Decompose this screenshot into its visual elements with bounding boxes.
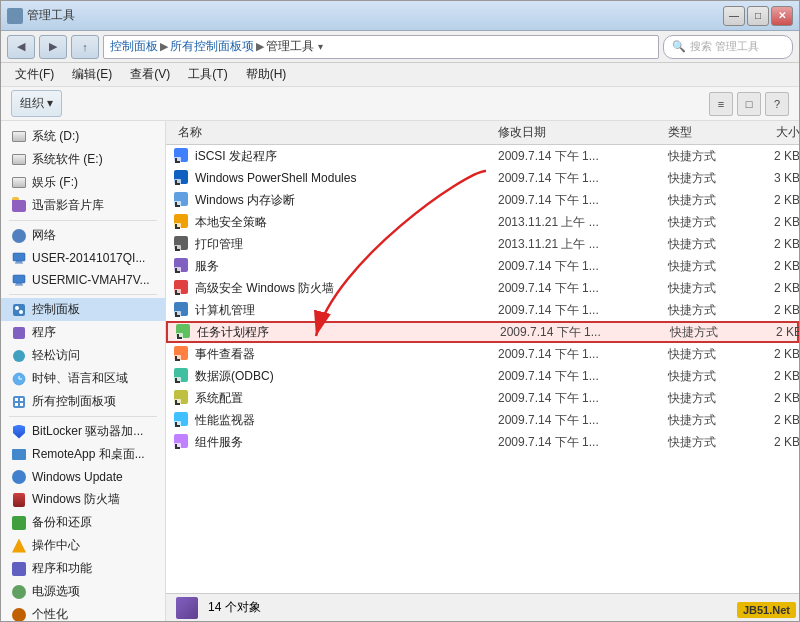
sidebar-item-drive-f[interactable]: 娱乐 (F:) (1, 171, 165, 194)
sidebar-item-action[interactable]: 操作中心 (1, 534, 165, 557)
file-type-7: 快捷方式 (664, 302, 744, 319)
table-row[interactable]: 本地安全策略 2013.11.21 上午 ... 快捷方式 2 KB (166, 211, 799, 233)
file-icon (174, 280, 190, 296)
svg-rect-9 (13, 327, 25, 339)
col-header-size[interactable]: 大小 (744, 124, 799, 141)
sidebar-item-remoteapp[interactable]: RemoteApp 和桌面... (1, 443, 165, 466)
sidebar-item-firewall[interactable]: Windows 防火墙 (1, 488, 165, 511)
controlpanel-icon (11, 302, 27, 318)
menu-tools[interactable]: 工具(T) (180, 64, 235, 85)
maximize-button[interactable]: □ (747, 6, 769, 26)
sidebar-item-windows-update[interactable]: Windows Update (1, 466, 165, 488)
minimize-button[interactable]: — (723, 6, 745, 26)
file-type-1: 快捷方式 (664, 170, 744, 187)
file-type-5: 快捷方式 (664, 258, 744, 275)
menu-view[interactable]: 查看(V) (122, 64, 178, 85)
forward-button[interactable]: ▶ (39, 35, 67, 59)
sidebar-item-drive-e[interactable]: 系统软件 (E:) (1, 148, 165, 171)
sidebar-item-controlpanel[interactable]: 控制面板 (1, 298, 165, 321)
file-label: 任务计划程序 (197, 324, 269, 341)
sidebar-label: 系统 (D:) (32, 128, 79, 145)
file-icon (174, 302, 190, 318)
sidebar-item-personal[interactable]: 个性化 (1, 603, 165, 621)
table-row[interactable]: 组件服务 2009.7.14 下午 1... 快捷方式 2 KB (166, 431, 799, 453)
table-row[interactable]: 服务 2009.7.14 下午 1... 快捷方式 2 KB (166, 255, 799, 277)
toolbar: 组织 ▾ ≡ □ ? (1, 87, 799, 121)
menu-help[interactable]: 帮助(H) (238, 64, 295, 85)
col-header-date[interactable]: 修改日期 (494, 124, 664, 141)
menu-edit[interactable]: 编辑(E) (64, 64, 120, 85)
path-part-3: 管理工具 (266, 38, 314, 55)
view-list-button[interactable]: ≡ (709, 92, 733, 116)
file-icon (176, 324, 192, 340)
title-bar: 管理工具 — □ ✕ (1, 1, 799, 31)
watermark: JB51.Net (737, 602, 796, 618)
svg-point-7 (15, 306, 19, 310)
table-row[interactable]: Windows PowerShell Modules 2009.7.14 下午 … (166, 167, 799, 189)
sidebar-item-backup[interactable]: 备份和还原 (1, 511, 165, 534)
sidebar-item-user1[interactable]: USER-20141017QI... (1, 247, 165, 269)
path-sep-1: ▶ (160, 40, 168, 53)
file-icon (174, 412, 190, 428)
file-icon (174, 258, 190, 274)
organize-button[interactable]: 组织 ▾ (11, 90, 62, 117)
view-icon-button[interactable]: □ (737, 92, 761, 116)
up-button[interactable]: ↑ (71, 35, 99, 59)
sidebar-item-allcp[interactable]: 所有控制面板项 (1, 390, 165, 413)
search-box[interactable]: 🔍 搜索 管理工具 (663, 35, 793, 59)
file-label: iSCSI 发起程序 (195, 148, 277, 165)
table-row[interactable]: 打印管理 2013.11.21 上午 ... 快捷方式 2 KB (166, 233, 799, 255)
table-row[interactable]: Windows 内存诊断 2009.7.14 下午 1... 快捷方式 2 KB (166, 189, 799, 211)
sidebar-item-drive-d[interactable]: 系统 (D:) (1, 125, 165, 148)
table-row[interactable]: 高级安全 Windows 防火墙 2009.7.14 下午 1... 快捷方式 … (166, 277, 799, 299)
title-bar-left: 管理工具 (7, 7, 75, 24)
col-header-type[interactable]: 类型 (664, 124, 744, 141)
file-label: Windows 内存诊断 (195, 192, 295, 209)
svg-rect-3 (13, 275, 25, 283)
sidebar-item-media[interactable]: 迅雷影音片库 (1, 194, 165, 217)
main-content: 系统 (D:) 系统软件 (E:) 娱乐 (F:) 迅雷影音片库 网络 (1, 121, 799, 621)
sidebar-label: USER-20141017QI... (32, 251, 145, 265)
file-type-3: 快捷方式 (664, 214, 744, 231)
file-icon (174, 192, 190, 208)
table-row[interactable]: 数据源(ODBC) 2009.7.14 下午 1... 快捷方式 2 KB (166, 365, 799, 387)
file-date-13: 2009.7.14 下午 1... (494, 434, 664, 451)
sidebar-item-programs[interactable]: 程序 (1, 321, 165, 344)
file-date-12: 2009.7.14 下午 1... (494, 412, 664, 429)
sidebar-item-user2[interactable]: USERMIC-VMAH7V... (1, 269, 165, 291)
table-row[interactable]: 性能监视器 2009.7.14 下午 1... 快捷方式 2 KB (166, 409, 799, 431)
close-button[interactable]: ✕ (771, 6, 793, 26)
file-date-0: 2009.7.14 下午 1... (494, 148, 664, 165)
sidebar-item-access[interactable]: 轻松访问 (1, 344, 165, 367)
sidebar-label: 系统软件 (E:) (32, 151, 103, 168)
sidebar-label: Windows Update (32, 470, 123, 484)
sidebar-item-bitlocker[interactable]: BitLocker 驱动器加... (1, 420, 165, 443)
svg-rect-0 (13, 253, 25, 261)
table-row[interactable]: iSCSI 发起程序 2009.7.14 下午 1... 快捷方式 2 KB (166, 145, 799, 167)
col-header-name[interactable]: 名称 (174, 124, 494, 141)
address-path[interactable]: 控制面板 ▶ 所有控制面板项 ▶ 管理工具 ▾ (103, 35, 659, 59)
table-row[interactable]: 任务计划程序 2009.7.14 下午 1... 快捷方式 2 KB (166, 321, 799, 343)
sidebar-label: 所有控制面板项 (32, 393, 116, 410)
table-row[interactable]: 系统配置 2009.7.14 下午 1... 快捷方式 2 KB (166, 387, 799, 409)
sidebar-item-prog-features[interactable]: 程序和功能 (1, 557, 165, 580)
file-icon (174, 390, 190, 406)
action-icon (11, 538, 27, 554)
path-dropdown-arrow[interactable]: ▾ (318, 41, 323, 52)
menu-file[interactable]: 文件(F) (7, 64, 62, 85)
view-buttons: ≡ □ ? (709, 92, 789, 116)
status-bar: 14 个对象 (166, 593, 799, 621)
file-size-7: 2 KB (744, 303, 799, 317)
sidebar-item-network[interactable]: 网络 (1, 224, 165, 247)
table-row[interactable]: 事件查看器 2009.7.14 下午 1... 快捷方式 2 KB (166, 343, 799, 365)
column-headers: 名称 修改日期 类型 大小 (166, 121, 799, 145)
back-button[interactable]: ◀ (7, 35, 35, 59)
window-icon (7, 8, 23, 24)
drive-f-icon (11, 175, 27, 191)
help-button[interactable]: ? (765, 92, 789, 116)
sidebar-item-power[interactable]: 电源选项 (1, 580, 165, 603)
search-placeholder: 搜索 管理工具 (690, 39, 759, 54)
sidebar-item-clock[interactable]: 时钟、语言和区域 (1, 367, 165, 390)
table-row[interactable]: 计算机管理 2009.7.14 下午 1... 快捷方式 2 KB (166, 299, 799, 321)
file-type-0: 快捷方式 (664, 148, 744, 165)
